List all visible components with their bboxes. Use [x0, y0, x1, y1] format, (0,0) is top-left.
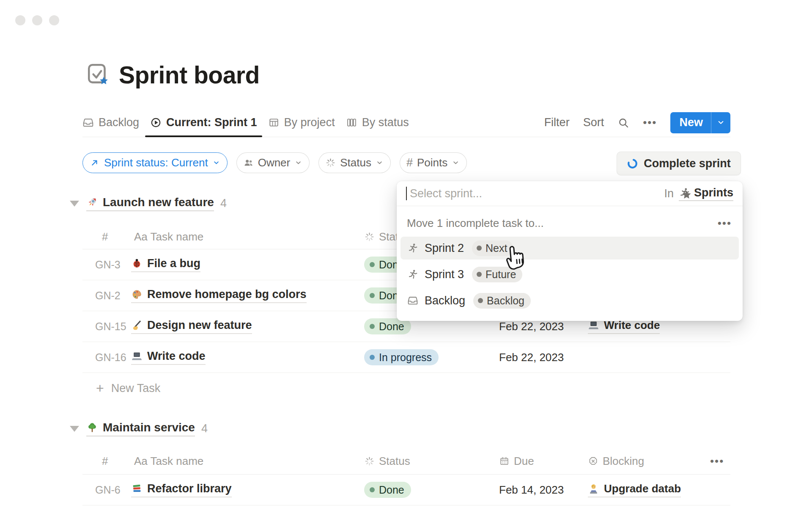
column-header-blocking[interactable]: Blocking — [588, 448, 644, 474]
triangle-down-icon[interactable] — [70, 201, 79, 207]
play-circle-icon — [150, 117, 162, 128]
chevron-down-icon — [294, 159, 302, 167]
task-name-link[interactable]: Design new feature — [131, 319, 252, 334]
chip-label: Points — [417, 156, 447, 169]
status-badge[interactable]: Done — [364, 482, 411, 498]
status-dot — [370, 487, 375, 492]
popup-section-label: Move 1 incomplete task to... — [407, 217, 544, 230]
chip-points[interactable]: # Points — [400, 152, 467, 173]
column-header-id[interactable]: # — [102, 224, 108, 249]
spinner-status-icon — [325, 157, 336, 168]
chip-owner[interactable]: Owner — [236, 152, 310, 173]
column-header-label: Blocking — [603, 455, 644, 468]
popup-section-row: Move 1 incomplete task to... ••• — [397, 206, 743, 235]
sprint-runner-star-icon — [679, 187, 690, 199]
group-title-link[interactable]: Maintain service — [86, 421, 195, 436]
complete-sprint-label: Complete sprint — [644, 157, 731, 170]
status-dot — [370, 262, 375, 267]
tab-label: Backlog — [99, 116, 139, 129]
page-title: Sprint board — [119, 61, 260, 89]
task-id: GN-2 — [95, 280, 121, 311]
popup-item-sprint-3[interactable]: Sprint 3 Future — [401, 263, 739, 286]
group-title-text: Maintain service — [103, 421, 195, 434]
task-id: GN-6 — [95, 475, 121, 505]
tab-by-project[interactable]: By project — [268, 108, 335, 137]
task-name-link[interactable]: Refactor library — [131, 482, 232, 497]
tab-backlog[interactable]: Backlog — [82, 108, 139, 137]
new-button-group: New — [670, 112, 730, 133]
task-id: GN-3 — [95, 249, 121, 280]
column-header-status[interactable]: Status — [364, 448, 410, 474]
chevron-down-icon — [212, 159, 220, 167]
popup-item-label: Sprint 3 — [425, 268, 464, 281]
task-name: Design new feature — [147, 319, 252, 332]
view-actions: Filter Sort ••• New — [544, 112, 730, 133]
blocking-link[interactable]: Upgrade datab — [588, 482, 681, 497]
window-minimize-button[interactable] — [32, 15, 42, 25]
spinner-status-icon — [364, 456, 375, 467]
chevron-down-icon — [716, 118, 725, 127]
in-scope-control[interactable]: In Sprints — [664, 186, 733, 201]
laptop-emoji-icon — [131, 351, 143, 362]
table-row[interactable]: GN-16 Write code In progress Feb 22, 202… — [82, 342, 730, 373]
tab-current-sprint[interactable]: Current: Sprint 1 — [150, 108, 257, 137]
task-name: Refactor library — [147, 482, 232, 495]
column-header-name[interactable]: Aa Task name — [134, 448, 203, 474]
table-more-button[interactable]: ••• — [710, 448, 724, 474]
group-count: 4 — [220, 197, 227, 210]
writing-hand-emoji-icon — [131, 320, 143, 331]
popup-more-button[interactable]: ••• — [718, 217, 732, 230]
status-badge[interactable]: In progress — [364, 349, 439, 365]
status-dot — [370, 293, 375, 298]
due-date[interactable]: Feb 22, 2023 — [499, 342, 564, 373]
window-zoom-button[interactable] — [49, 15, 59, 25]
column-header-label: Status — [379, 455, 410, 468]
task-name-link[interactable]: Write code — [131, 350, 206, 365]
chip-sprint-status[interactable]: Sprint status: Current — [82, 152, 228, 173]
popup-item-backlog[interactable]: Backlog Backlog — [401, 289, 739, 312]
sprint-search-input[interactable] — [409, 187, 664, 201]
search-button[interactable] — [617, 117, 629, 129]
popup-item-list: Sprint 2 Next Sprint 3 Future Backlog — [397, 235, 743, 312]
window-close-button[interactable] — [15, 15, 25, 25]
column-header-id[interactable]: # — [102, 448, 108, 474]
status-dot — [370, 355, 375, 360]
new-dropdown-button[interactable] — [711, 112, 730, 133]
sort-button[interactable]: Sort — [583, 116, 604, 129]
filter-button[interactable]: Filter — [544, 116, 570, 129]
column-header-due[interactable]: Due — [499, 448, 534, 474]
more-options-button[interactable]: ••• — [643, 116, 657, 129]
chip-status[interactable]: Status — [318, 152, 391, 173]
complete-sprint-button[interactable]: Complete sprint — [617, 152, 741, 175]
sprints-database-link[interactable]: Sprints — [679, 186, 733, 201]
new-button[interactable]: New — [670, 116, 711, 129]
tab-label: By project — [284, 116, 335, 129]
in-label: In — [664, 187, 674, 200]
badge-label: Backlog — [487, 295, 524, 307]
tab-by-status[interactable]: By status — [346, 108, 409, 137]
popup-item-sprint-2[interactable]: Sprint 2 Next — [401, 237, 739, 260]
table-header-row: # Aa Task name Status Due Blocking ••• — [82, 448, 730, 475]
rocket-emoji-icon — [86, 196, 98, 208]
arrow-up-right-icon — [89, 157, 100, 168]
runner-icon — [407, 243, 418, 254]
new-task-button[interactable]: + New Task — [82, 373, 730, 403]
task-name-link[interactable]: File a bug — [131, 257, 200, 272]
table-row[interactable]: GN-6 Refactor library Done Feb 14, 2023 … — [82, 475, 730, 505]
hash-icon: # — [406, 156, 413, 169]
books-emoji-icon — [131, 483, 143, 494]
column-header-label: Due — [514, 455, 534, 468]
due-date[interactable]: Feb 14, 2023 — [499, 475, 564, 505]
badge-dot — [477, 272, 482, 277]
blocking-link[interactable]: Write code — [588, 319, 660, 334]
group-title-link[interactable]: Launch new feature — [86, 196, 214, 211]
task-name-link[interactable]: Remove homepage bg colors — [131, 288, 307, 303]
group-header-launch-new-feature: Launch new feature 4 — [70, 196, 227, 211]
block-icon — [588, 456, 598, 467]
task-id: GN-16 — [95, 342, 126, 373]
spinner-status-icon — [364, 232, 375, 242]
triangle-down-icon[interactable] — [70, 426, 79, 432]
inbox-icon — [82, 117, 94, 128]
runner-icon — [407, 269, 418, 280]
column-header-name[interactable]: Aa Task name — [134, 224, 203, 249]
